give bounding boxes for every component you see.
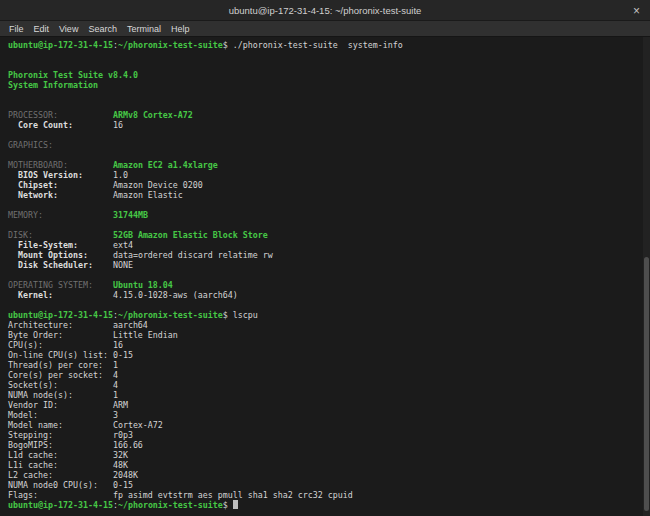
terminal-line bbox=[8, 130, 650, 140]
scrollbar-thumb[interactable] bbox=[644, 257, 649, 511]
terminal-line: DISK: 52GB Amazon Elastic Block Store bbox=[8, 230, 650, 240]
terminal-line: MOTHERBOARD: Amazon EC2 a1.4xlarge bbox=[8, 160, 650, 170]
terminal-line: L1d cache: 32K bbox=[8, 450, 650, 460]
terminal-line: Model name: Cortex-A72 bbox=[8, 420, 650, 430]
menu-item-view[interactable]: View bbox=[54, 21, 83, 37]
terminal-line: PROCESSOR: ARMv8 Cortex-A72 bbox=[8, 110, 650, 120]
terminal-line bbox=[8, 50, 650, 60]
terminal-line: Thread(s) per core: 1 bbox=[8, 360, 650, 370]
terminal-line bbox=[8, 60, 650, 70]
terminal-line: GRAPHICS: bbox=[8, 140, 650, 150]
menu-item-file[interactable]: File bbox=[4, 21, 29, 37]
terminal-line bbox=[8, 200, 650, 210]
terminal-line bbox=[8, 270, 650, 280]
terminal[interactable]: ubuntu@ip-172-31-4-15:~/phoronix-test-su… bbox=[0, 37, 650, 516]
menu-item-search[interactable]: Search bbox=[83, 21, 122, 37]
window-title: ubuntu@ip-172-31-4-15: ~/phoronix-test-s… bbox=[229, 5, 422, 16]
terminal-line: Vendor ID: ARM bbox=[8, 400, 650, 410]
terminal-output: ubuntu@ip-172-31-4-15:~/phoronix-test-su… bbox=[8, 40, 650, 510]
menu-item-help[interactable]: Help bbox=[166, 21, 195, 37]
terminal-line: Chipset: Amazon Device 0200 bbox=[8, 180, 650, 190]
terminal-line: Socket(s): 4 bbox=[8, 380, 650, 390]
titlebar[interactable]: ubuntu@ip-172-31-4-15: ~/phoronix-test-s… bbox=[0, 0, 650, 21]
terminal-line: Disk Scheduler: NONE bbox=[8, 260, 650, 270]
terminal-line: CPU(s): 16 bbox=[8, 340, 650, 350]
terminal-line: Core Count: 16 bbox=[8, 120, 650, 130]
menu-item-edit[interactable]: Edit bbox=[29, 21, 55, 37]
terminal-line: Core(s) per socket: 4 bbox=[8, 370, 650, 380]
terminal-line: Architecture: aarch64 bbox=[8, 320, 650, 330]
terminal-line: Mount Options: data=ordered discard rela… bbox=[8, 250, 650, 260]
menubar: FileEditViewSearchTerminalHelp bbox=[0, 21, 650, 37]
terminal-line: Stepping: r0p3 bbox=[8, 430, 650, 440]
terminal-line: Model: 3 bbox=[8, 410, 650, 420]
terminal-line bbox=[8, 90, 650, 100]
terminal-line: ubuntu@ip-172-31-4-15:~/phoronix-test-su… bbox=[8, 500, 650, 510]
menu-item-terminal[interactable]: Terminal bbox=[122, 21, 166, 37]
terminal-line: ubuntu@ip-172-31-4-15:~/phoronix-test-su… bbox=[8, 40, 650, 50]
scrollbar[interactable] bbox=[643, 37, 650, 516]
terminal-line: Phoronix Test Suite v8.4.0 bbox=[8, 70, 650, 80]
terminal-line: NUMA node0 CPU(s): 0-15 bbox=[8, 480, 650, 490]
terminal-line: NUMA node(s): 1 bbox=[8, 390, 650, 400]
terminal-line: Byte Order: Little Endian bbox=[8, 330, 650, 340]
text-cursor bbox=[233, 500, 238, 509]
terminal-line: Flags: fp asimd evtstrm aes pmull sha1 s… bbox=[8, 490, 650, 500]
terminal-line: BIOS Version: 1.0 bbox=[8, 170, 650, 180]
terminal-line: ubuntu@ip-172-31-4-15:~/phoronix-test-su… bbox=[8, 310, 650, 320]
terminal-line: L1i cache: 48K bbox=[8, 460, 650, 470]
terminal-line bbox=[8, 100, 650, 110]
close-icon[interactable]: × bbox=[630, 0, 643, 21]
terminal-line bbox=[8, 220, 650, 230]
terminal-window: ubuntu@ip-172-31-4-15: ~/phoronix-test-s… bbox=[0, 0, 650, 516]
terminal-line: OPERATING SYSTEM: Ubuntu 18.04 bbox=[8, 280, 650, 290]
terminal-line bbox=[8, 150, 650, 160]
terminal-line: On-line CPU(s) list: 0-15 bbox=[8, 350, 650, 360]
terminal-line: L2 cache: 2048K bbox=[8, 470, 650, 480]
terminal-line bbox=[8, 300, 650, 310]
terminal-line: System Information bbox=[8, 80, 650, 90]
terminal-line: File-System: ext4 bbox=[8, 240, 650, 250]
terminal-line: MEMORY: 31744MB bbox=[8, 210, 650, 220]
terminal-line: Kernel: 4.15.0-1028-aws (aarch64) bbox=[8, 290, 650, 300]
terminal-line: BogoMIPS: 166.66 bbox=[8, 440, 650, 450]
terminal-line: Network: Amazon Elastic bbox=[8, 190, 650, 200]
